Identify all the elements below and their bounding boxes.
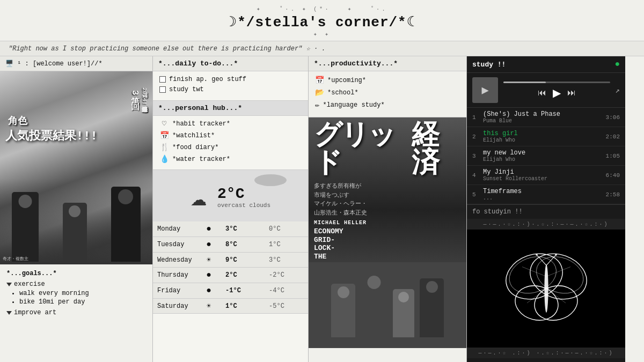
track-item[interactable]: 3 my new love Elijah Who 1:05 [467, 146, 625, 166]
column-4: study !! ● ▶ ⏮ ▶ ⏭ ↗ [467, 56, 625, 362]
sun-oval [254, 174, 287, 186]
track-info: My Jinji Sunset Rollercoaster [483, 168, 602, 182]
prod-label-school: *school* [327, 89, 358, 97]
track-info: Timeframes ... [483, 188, 602, 201]
music-controls-area: ⏮ ▶ ⏭ [503, 82, 610, 99]
todo-checkbox-2[interactable] [159, 86, 166, 93]
weather-day-icon: ● [196, 237, 221, 253]
svg-point-10 [555, 254, 557, 256]
weather-row: Friday ● -1°C -4°C [153, 283, 308, 299]
hub-label-habit: *habit tracker* [172, 120, 230, 128]
track-info: my new love Elijah Who [483, 149, 602, 162]
hub-item-habit[interactable]: ♡ *habit tracker* [159, 119, 302, 128]
manga-jp2: 人気投票結果!!! [5, 130, 98, 143]
exercise-items: walk every morning bike 10mi per day [6, 290, 146, 306]
manga-jp1: 角色 [8, 114, 27, 127]
weather-day: Thursday [153, 268, 196, 283]
weather-day: Monday [153, 221, 196, 237]
share-icon[interactable]: ↗ [616, 86, 620, 95]
art-title: improve art [6, 309, 146, 316]
list-item: bike 10mi per day [19, 298, 146, 306]
track-duration: 2:02 [606, 134, 620, 140]
weather-day-icon: ☀ [196, 299, 221, 314]
prod-item-upcoming[interactable]: 📅 *upcoming* [315, 76, 460, 85]
header-deco: ✦ ˚·. ✦ (*· ✦ ˚·. [11, 5, 633, 12]
art-goal-group: improve art [6, 309, 146, 316]
play-pause-button[interactable]: ▶ [553, 86, 561, 99]
track-name: My Jinji [483, 168, 602, 176]
weather-row: Saturday ☀ 1°C -5°C [153, 299, 308, 314]
goals-title: *...goals...* [6, 270, 146, 277]
hub-item-food[interactable]: 🍴 *food diary* [159, 143, 302, 152]
fork-icon: 🍴 [159, 143, 169, 152]
butterfly-area [467, 230, 625, 348]
weather-row: Wednesday ☀ 9°C 3°C [153, 253, 308, 268]
column-3: *...productivity...* 📅 *upcoming* 📂 *sch… [309, 56, 467, 362]
exercise-goal-group: exercise walk every morning bike 10mi pe… [6, 280, 146, 306]
manga-eng: MICHAEL HELLER [314, 220, 461, 226]
weather-day: Saturday [153, 299, 196, 314]
weather-day: Tuesday [153, 237, 196, 253]
weather-hi-temp: 9°C [221, 253, 265, 268]
weather-table: Monday ● 3°C 0°C Tuesday ● 8°C 1°C Wedne… [153, 221, 308, 314]
track-number: 5 [472, 191, 479, 198]
weather-row: Thursday ● 2°C -2°C [153, 268, 308, 283]
todo-item-1[interactable]: finish ap. geo stuff [159, 76, 302, 83]
list-item: walk every morning [19, 290, 146, 297]
bottom-deco: —·—.·☆ .:·) ·.☆.:·—·—.·☆.:·) [467, 348, 625, 358]
track-item[interactable]: 5 Timeframes ... 2:58 [467, 185, 625, 204]
music-title: study !! [472, 61, 506, 69]
next-button[interactable]: ⏭ [567, 88, 576, 98]
hub-item-water[interactable]: 💧 *water tracker* [159, 154, 302, 164]
deco-divider: —·—.·☆.:·)·.☆.:·—·—.·☆.:·) [467, 219, 625, 230]
manga-jp-big2: 経済 [412, 123, 461, 179]
personal-hub-header: *...personal hub...* [153, 101, 308, 116]
track-item[interactable]: 1 (She's) Just a Phase Puma Blue 3:06 [467, 108, 625, 127]
prev-button[interactable]: ⏮ [538, 88, 546, 98]
weather-lo-temp: 1°C [265, 237, 308, 253]
weather-lo-temp: -2°C [265, 268, 308, 283]
hub-label-watchlist: *watchlist* [172, 132, 215, 139]
weather-desc: overcast clouds [217, 202, 270, 209]
track-artist: Elijah Who [483, 137, 602, 143]
quote-text: "Right now as I stop practicing someone … [9, 45, 326, 53]
calendar-icon-2: 📅 [315, 76, 324, 85]
manga-image: HUNTER×HUNTER 開幕2014号連続作登場! 第3回 角色 人気投票結… [0, 71, 152, 264]
triangle-icon [6, 283, 12, 286]
productivity-items: 📅 *upcoming* 📂 *school* ✏️ *language stu… [309, 71, 466, 117]
header: ✦ ˚·. ✦ (*· ✦ ˚·. ☽*/stella's corner/*☾ … [0, 0, 644, 41]
track-number: 4 [472, 172, 479, 179]
hub-items: ♡ *habit tracker* 📅 *watchlist* 🍴 *food … [153, 116, 308, 170]
track-name: (She's) Just a Phase [483, 110, 602, 118]
weather-hi-temp: -1°C [221, 283, 265, 299]
todo-item-2[interactable]: study twt [159, 86, 302, 93]
cloud-icon: ☁ [191, 181, 207, 213]
main-grid: 🖥️ ¹ : [welcome user!]//* HUNTER×HUNTER … [0, 56, 644, 362]
prod-item-school[interactable]: 📂 *school* [315, 88, 460, 97]
track-number: 2 [472, 134, 479, 140]
todo-checkbox-1[interactable] [159, 76, 166, 83]
track-name: this girl [483, 130, 602, 137]
column-2: *...daily to-do...* finish ap. geo stuff… [153, 56, 309, 362]
weather-lo-temp: -4°C [265, 283, 308, 299]
manga-jp-sub: 多すぎる所有権が市場をつぶすマイケル・ヘラー・山形浩生・森本正史 [314, 182, 461, 217]
hub-item-watchlist[interactable]: 📅 *watchlist* [159, 131, 302, 140]
track-item[interactable]: 4 My Jinji Sunset Rollercoaster 6:40 [467, 166, 625, 185]
weather-lo-temp: 0°C [265, 221, 308, 237]
music-track-list: 1 (She's) Just a Phase Puma Blue 3:06 2 … [467, 108, 625, 204]
manga-jp-big: グリッド [314, 123, 409, 179]
track-duration: 2:58 [606, 191, 620, 198]
column-1: 🖥️ ¹ : [welcome user!]//* HUNTER×HUNTER … [0, 56, 153, 362]
prod-label-language: *language study* [323, 101, 384, 109]
spotify-icon: ● [614, 60, 620, 69]
header-stars: ✦ ✦ [11, 31, 633, 38]
pencil-icon: ✏️ [315, 100, 319, 109]
weather-day-icon: ● [196, 268, 221, 283]
weather-day: Friday [153, 283, 196, 299]
prod-item-language[interactable]: ✏️ *language study* [315, 100, 460, 109]
weather-temp: 2°C [217, 186, 270, 202]
music-cover-art: ▶ [472, 77, 498, 103]
col1-header: 🖥️ ¹ : [welcome user!]//* [0, 56, 152, 71]
track-item[interactable]: 2 this girl Elijah Who 2:02 [467, 127, 625, 146]
weather-hi-temp: 3°C [221, 221, 265, 237]
